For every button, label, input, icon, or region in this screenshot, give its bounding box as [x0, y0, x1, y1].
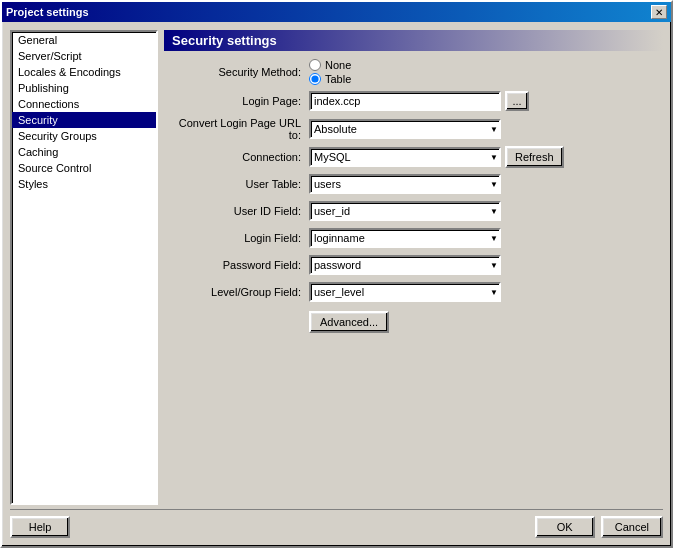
connection-row: Connection: MySQL MSSQL Oracle Refresh — [164, 146, 663, 168]
sidebar-item-source-control[interactable]: Source Control — [12, 160, 156, 176]
connection-controls: MySQL MSSQL Oracle Refresh — [309, 146, 663, 168]
sidebar: General Server/Script Locales & Encoding… — [10, 30, 158, 505]
none-radio[interactable] — [309, 59, 321, 71]
sidebar-item-locales-encodings[interactable]: Locales & Encodings — [12, 64, 156, 80]
user-id-select[interactable]: user_id — [309, 201, 501, 221]
footer-left: Help — [10, 516, 70, 538]
help-button[interactable]: Help — [10, 516, 70, 538]
advanced-button[interactable]: Advanced... — [309, 311, 389, 333]
title-bar: Project settings ✕ — [2, 2, 671, 22]
user-id-controls: user_id — [309, 201, 663, 221]
footer-right: OK Cancel — [535, 516, 663, 538]
level-group-label: Level/Group Field: — [164, 286, 309, 298]
cancel-button[interactable]: Cancel — [601, 516, 663, 538]
level-group-controls: user_level — [309, 282, 663, 302]
sidebar-item-security[interactable]: Security — [12, 112, 156, 128]
advanced-row: Advanced... — [164, 311, 663, 333]
password-field-select-wrapper: password — [309, 255, 501, 275]
user-table-select-wrapper: users — [309, 174, 501, 194]
login-field-row: Login Field: loginname — [164, 227, 663, 249]
footer: Help OK Cancel — [10, 509, 663, 538]
connection-select[interactable]: MySQL MSSQL Oracle — [309, 147, 501, 167]
refresh-button[interactable]: Refresh — [505, 146, 564, 168]
none-option: None — [309, 59, 351, 71]
close-button[interactable]: ✕ — [651, 5, 667, 19]
advanced-controls: Advanced... — [309, 311, 663, 333]
sidebar-item-server-script[interactable]: Server/Script — [12, 48, 156, 64]
window-title: Project settings — [6, 6, 89, 18]
sidebar-item-connections[interactable]: Connections — [12, 96, 156, 112]
table-option: Table — [309, 73, 351, 85]
level-group-select-wrapper: user_level — [309, 282, 501, 302]
ok-button[interactable]: OK — [535, 516, 595, 538]
connection-select-wrapper: MySQL MSSQL Oracle — [309, 147, 501, 167]
level-group-select[interactable]: user_level — [309, 282, 501, 302]
project-settings-window: Project settings ✕ General Server/Script… — [0, 0, 673, 548]
level-group-row: Level/Group Field: user_level — [164, 281, 663, 303]
sidebar-item-styles[interactable]: Styles — [12, 176, 156, 192]
settings-area: Security Method: None Table — [164, 59, 663, 505]
login-page-row: Login Page: ... — [164, 90, 663, 112]
user-id-label: User ID Field: — [164, 205, 309, 217]
login-field-select[interactable]: loginname — [309, 228, 501, 248]
user-table-select[interactable]: users — [309, 174, 501, 194]
panel-title: Security settings — [164, 30, 663, 51]
window-body: General Server/Script Locales & Encoding… — [2, 22, 671, 546]
user-table-row: User Table: users — [164, 173, 663, 195]
table-label: Table — [325, 73, 351, 85]
sidebar-item-caching[interactable]: Caching — [12, 144, 156, 160]
table-radio[interactable] — [309, 73, 321, 85]
user-table-controls: users — [309, 174, 663, 194]
main-content: General Server/Script Locales & Encoding… — [10, 30, 663, 505]
login-page-input[interactable] — [309, 91, 501, 111]
convert-url-select[interactable]: Absolute Relative Document-relative — [309, 119, 501, 139]
right-panel: Security settings Security Method: None — [164, 30, 663, 505]
sidebar-item-security-groups[interactable]: Security Groups — [12, 128, 156, 144]
user-id-row: User ID Field: user_id — [164, 200, 663, 222]
user-table-label: User Table: — [164, 178, 309, 190]
sidebar-item-publishing[interactable]: Publishing — [12, 80, 156, 96]
login-field-select-wrapper: loginname — [309, 228, 501, 248]
password-field-row: Password Field: password — [164, 254, 663, 276]
login-page-controls: ... — [309, 91, 663, 111]
sidebar-item-general[interactable]: General — [12, 32, 156, 48]
convert-url-controls: Absolute Relative Document-relative — [309, 119, 663, 139]
none-label: None — [325, 59, 351, 71]
browse-button[interactable]: ... — [505, 91, 529, 111]
security-method-label: Security Method: — [164, 66, 309, 78]
user-id-select-wrapper: user_id — [309, 201, 501, 221]
password-field-controls: password — [309, 255, 663, 275]
password-field-select[interactable]: password — [309, 255, 501, 275]
login-field-label: Login Field: — [164, 232, 309, 244]
login-page-label: Login Page: — [164, 95, 309, 107]
security-method-radio-group: None Table — [309, 59, 351, 85]
security-method-row: Security Method: None Table — [164, 59, 663, 85]
connection-label: Connection: — [164, 151, 309, 163]
convert-url-label: Convert Login Page URL to: — [164, 117, 309, 141]
convert-url-select-wrapper: Absolute Relative Document-relative — [309, 119, 501, 139]
security-method-controls: None Table — [309, 59, 663, 85]
convert-url-row: Convert Login Page URL to: Absolute Rela… — [164, 117, 663, 141]
password-field-label: Password Field: — [164, 259, 309, 271]
login-field-controls: loginname — [309, 228, 663, 248]
